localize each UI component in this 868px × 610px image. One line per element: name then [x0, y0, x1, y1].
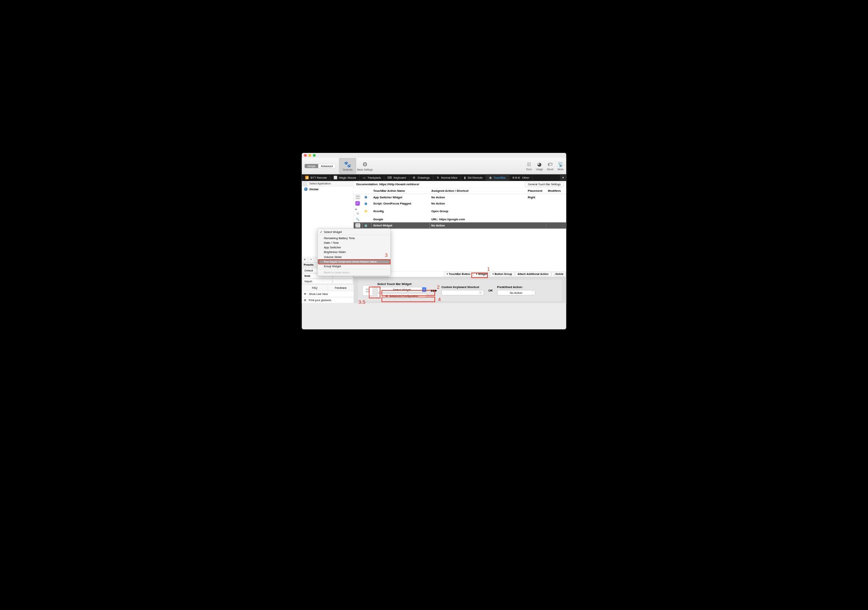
dd-select-widget[interactable]: Select Widget	[318, 230, 390, 234]
chevron-updown-icon: ⇅	[422, 287, 426, 292]
documentation-label: Documentation: https://http://boastr.net…	[356, 183, 419, 186]
wifi-icon: 📶	[305, 176, 309, 179]
mouse-icon: ⬜	[333, 176, 337, 179]
mode-segmented[interactable]: Simple Advanced	[305, 164, 336, 168]
delete-button[interactable]: - Delete	[551, 272, 566, 277]
dd-battery[interactable]: Remaining Battery Time	[318, 236, 390, 240]
spiral-icon: ֎	[364, 201, 368, 205]
table-row[interactable]: ▶◇ 📁 ifconfigOpen Group	[354, 206, 566, 216]
actions-table: TouchBar Action Name Assigned Action / S…	[354, 188, 566, 228]
table-row[interactable]: AddIcon ֎ App Switcher WidgetNo ActionRi…	[354, 194, 566, 200]
news-link[interactable]: 📡News	[557, 161, 563, 170]
attach-action-button[interactable]: Attach Additional Action	[515, 272, 551, 277]
faq-button[interactable]: FAQ	[302, 285, 328, 291]
tab-overflow[interactable]: ▼	[560, 174, 566, 181]
remove-app-button[interactable]: −	[308, 257, 314, 262]
spiral-icon: ֎	[364, 224, 368, 228]
print-gestures[interactable]: ☰ Print your gestures	[302, 297, 354, 303]
annotation-2: 2	[437, 284, 440, 290]
globe-icon	[304, 187, 307, 191]
predefined-action-select[interactable]: No Action	[497, 290, 535, 295]
app-window: Simple Advanced 🐾 Gestures ⚙ Basic Setti…	[302, 153, 566, 329]
search-icon: 🔍	[355, 217, 360, 221]
gestures-tool[interactable]: 🐾 Gestures	[339, 158, 356, 174]
folder-icon: 📁	[364, 209, 368, 213]
list-icon: ☰	[304, 298, 306, 302]
keyboard-icon: ⌨	[387, 176, 392, 179]
zoom-icon[interactable]	[313, 154, 316, 157]
tab-siri-remote[interactable]: ▮Siri Remote	[461, 174, 486, 181]
spiral-icon: ֎	[412, 176, 416, 179]
table-row[interactable]: 🔍 GoogleURL: https://google.com	[354, 216, 566, 222]
or-label: OR	[488, 289, 493, 292]
widget-dropdown-menu: Select Widget Remaining Battery Time Dat…	[317, 228, 390, 276]
basic-settings-tool[interactable]: ⚙ Basic Settings	[356, 158, 374, 174]
add-button-group[interactable]: + Button Group	[490, 272, 514, 277]
gear-icon: ⚙	[362, 161, 367, 168]
tab-other[interactable]: ⊗⊗⊗Other	[509, 174, 533, 181]
close-icon[interactable]	[304, 154, 307, 157]
tab-keyboard[interactable]: ⌨Keyboard	[384, 174, 409, 181]
tab-magic-mouse[interactable]: ⬜Magic Mouse	[330, 174, 360, 181]
annotation-35: 3.5	[359, 299, 365, 305]
kbd-shortcut-label: Custom Keyboard Shortcut	[441, 285, 484, 289]
broadcast-icon: 📡	[558, 161, 564, 167]
table-row-selected[interactable]: AddIcon ֎ Select WidgetNo Action	[354, 222, 566, 228]
col-action[interactable]: Assigned Action / Shortcut	[429, 188, 526, 194]
preset-import[interactable]: Import	[302, 279, 332, 284]
tab-normal-mice[interactable]: 🖱Normal Mice	[433, 174, 461, 181]
col-name[interactable]: TouchBar Action Name	[372, 188, 430, 194]
sidebar-header: Select Application:	[307, 181, 354, 186]
remote-icon: ▮	[464, 176, 466, 179]
sidebar-item-global[interactable]: Global	[302, 186, 354, 192]
col-placement[interactable]: Placement	[526, 188, 546, 194]
dd-brightness[interactable]: Brightness Slider	[318, 250, 390, 255]
add-icon-button[interactable]: AddIcon	[362, 285, 373, 296]
toolbar: Simple Advanced 🐾 Gestures ⚙ Basic Setti…	[302, 158, 566, 174]
tab-touchbar[interactable]: ◉TouchBar	[486, 174, 509, 181]
dd-datetime[interactable]: Date / Time	[318, 240, 390, 245]
titlebar	[302, 153, 566, 158]
advanced-tab[interactable]: Advanced	[318, 164, 335, 168]
gear-icon: ⚙	[385, 294, 388, 297]
select-widget-dropdown[interactable]: Select Widget ⇅	[377, 287, 427, 292]
predefined-label: Predefined Action:	[497, 285, 535, 289]
add-widget-button[interactable]: + Widget	[473, 272, 489, 277]
show-live-view[interactable]: 👁 Show Live View	[302, 291, 354, 297]
feedback-button[interactable]: Feedback	[328, 285, 354, 291]
dd-app-switcher[interactable]: App Switcher	[318, 245, 390, 250]
tab-drawings[interactable]: ֎Drawings	[409, 174, 433, 181]
dd-volume[interactable]: Volume Slider	[318, 255, 390, 259]
select-widget-label: Select Touch Bar Widget:	[377, 282, 427, 286]
tab-btt-remote[interactable]: 📶BTT Remote	[302, 174, 330, 181]
minimize-icon[interactable]	[308, 154, 311, 157]
trackpad-icon: ▭	[363, 176, 366, 179]
disclosure-icon[interactable]: ▶	[355, 208, 358, 210]
tab-trackpads[interactable]: ▭Trackpads	[360, 174, 384, 181]
kbd-shortcut-input[interactable]	[441, 290, 484, 295]
docs-link[interactable]: ？⃝Docs	[526, 161, 532, 170]
addicon-icon: AddIcon	[355, 195, 360, 199]
about-link[interactable]: 🏷About	[547, 161, 553, 170]
add-touchbar-button[interactable]: + TouchBar Button	[444, 272, 473, 277]
eye-icon: 👁	[304, 292, 307, 295]
usage-link[interactable]: ◕Usage	[536, 161, 543, 170]
general-settings-button[interactable]: General Touch Bar Settings	[525, 182, 563, 187]
chevron-down-icon: ▼	[562, 176, 565, 179]
dd-applescript[interactable]: Run Apple Script and Show Return Value	[318, 259, 390, 264]
eraser-icon: ◇	[355, 211, 360, 215]
circle-icon: ◉	[489, 176, 492, 179]
device-tabs: 📶BTT Remote ⬜Magic Mouse ▭Trackpads ⌨Key…	[302, 174, 566, 181]
add-app-button[interactable]: +	[302, 257, 308, 262]
annotation-4: 4	[438, 297, 441, 303]
arrow-icon: ▶▶▶	[431, 289, 437, 292]
check-icon: ✓	[355, 201, 360, 206]
advanced-config-button[interactable]: ⚙ Advanced Configuration	[377, 293, 427, 298]
simple-tab[interactable]: Simple	[305, 164, 318, 168]
col-modifiers[interactable]: Modifiers	[546, 188, 566, 194]
addicon-icon: AddIcon	[355, 223, 360, 228]
table-row[interactable]: ✓ ֎ Script: OmniFocus FlaggedNo Action	[354, 200, 566, 206]
annotation-1: 1	[487, 266, 490, 272]
dd-emoji[interactable]: Emoji Widget	[318, 264, 390, 268]
annotation-3: 3	[385, 253, 387, 258]
